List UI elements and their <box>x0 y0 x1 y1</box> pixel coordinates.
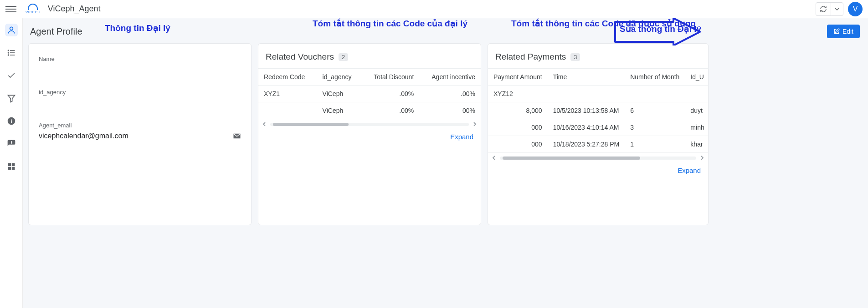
sync-dropdown-caret[interactable] <box>831 3 843 15</box>
cell-time: 10/18/2023 5:27:28 PM <box>548 136 625 153</box>
chevron-right-icon <box>473 122 477 126</box>
chevron-left-icon <box>492 156 496 160</box>
sync-icon <box>820 5 827 13</box>
nav-list[interactable] <box>5 46 18 59</box>
chevron-down-icon <box>835 7 839 11</box>
svg-point-6 <box>8 55 9 56</box>
payments-h-scrollbar[interactable] <box>488 153 708 162</box>
vouchers-h-scrollbar[interactable] <box>258 119 481 128</box>
cell-code <box>258 102 317 119</box>
th-num-month[interactable]: Number of Month <box>625 69 685 86</box>
app-title: ViCeph_Agent <box>48 4 101 14</box>
nav-check[interactable] <box>5 69 18 82</box>
table-row[interactable]: 000 10/16/2023 4:10:14 AM 3 minh <box>488 119 708 136</box>
nav-filter[interactable] <box>5 92 18 105</box>
vouchers-card: Related Vouchers 2 Redeem Code id_agency… <box>258 43 481 225</box>
name-value <box>39 64 241 75</box>
feedback-icon <box>7 139 16 148</box>
cell-time: 10/16/2023 4:10:14 AM <box>548 119 625 136</box>
payments-count-badge: 3 <box>570 53 580 61</box>
check-icon <box>7 71 16 80</box>
th-id-agency[interactable]: id_agency <box>317 69 362 86</box>
th-id-u[interactable]: Id_U <box>685 69 708 86</box>
th-payment-amount[interactable]: Payment Amount <box>488 69 548 86</box>
vouchers-expand-link[interactable]: Expand <box>450 133 473 141</box>
chevron-left-icon <box>262 122 267 126</box>
table-row[interactable]: ViCeph .00% 00% <box>258 102 481 119</box>
email-value: vicephcalendar@gmail.com <box>39 132 128 140</box>
topbar: VICEPH ViCeph_Agent V <box>0 0 868 18</box>
svg-rect-13 <box>8 163 11 167</box>
cell-time: 10/5/2023 10:13:58 AM <box>548 102 625 119</box>
nav-profile[interactable] <box>5 24 18 36</box>
annotation-arrow <box>614 18 701 45</box>
nav-apps[interactable] <box>5 160 18 173</box>
hamburger-menu-icon[interactable] <box>5 4 16 15</box>
nav-info[interactable] <box>5 115 18 127</box>
cell-incentive: .00% <box>419 86 481 102</box>
cell-code: XYZ1 <box>258 86 317 102</box>
th-time[interactable]: Time <box>548 69 625 86</box>
name-label: Name <box>39 56 241 62</box>
cell-months: 1 <box>625 136 685 153</box>
svg-rect-11 <box>11 141 12 143</box>
app-logo: VICEPH <box>26 4 41 14</box>
svg-rect-9 <box>11 120 12 123</box>
vouchers-count-badge: 2 <box>339 53 348 61</box>
filter-icon <box>7 94 16 103</box>
th-redeem-code[interactable]: Redeem Code <box>258 69 317 86</box>
sync-button-group <box>816 2 843 16</box>
user-avatar[interactable]: V <box>848 2 863 16</box>
cell-discount: .00% <box>362 102 419 119</box>
cell-amount: 8,000 <box>488 102 548 119</box>
cell-time <box>548 86 625 102</box>
th-total-discount[interactable]: Total Discount <box>362 69 419 86</box>
svg-point-4 <box>8 50 9 51</box>
cell-months: 6 <box>625 102 685 119</box>
main-content: Thông tin Đại lý Tóm tắt thông tin các C… <box>23 18 868 308</box>
cell-idu <box>685 86 708 102</box>
avatar-initial: V <box>853 5 858 13</box>
cell-amount: 000 <box>488 119 548 136</box>
table-row[interactable]: 000 10/18/2023 5:27:28 PM 1 khar <box>488 136 708 153</box>
payments-expand-link[interactable]: Expand <box>678 167 701 174</box>
payments-title: Related Payments <box>495 52 566 62</box>
svg-rect-14 <box>11 163 15 167</box>
svg-rect-10 <box>11 119 12 120</box>
edit-button[interactable]: Edit <box>827 25 860 38</box>
payments-card: Related Payments 3 Payment Amount Time N… <box>488 43 709 225</box>
nav-feedback[interactable] <box>5 137 18 150</box>
id-agency-label: id_agency <box>39 89 241 96</box>
cell-months <box>625 86 685 102</box>
svg-point-5 <box>8 52 9 53</box>
apps-grid-icon <box>7 162 16 171</box>
table-row[interactable]: XYZ12 <box>488 86 708 102</box>
side-navigation <box>0 18 23 308</box>
cell-discount: .00% <box>362 86 419 102</box>
cell-months: 3 <box>625 119 685 136</box>
payments-table: Payment Amount Time Number of Month Id_U… <box>488 68 708 153</box>
vouchers-title: Related Vouchers <box>266 52 334 62</box>
cell-incentive: 00% <box>419 102 481 119</box>
table-row[interactable]: 8,000 10/5/2023 10:13:58 AM 6 duyt <box>488 102 708 119</box>
profile-card: Name id_agency Agent_email vicephcalenda… <box>28 43 252 225</box>
cell-amount: XYZ12 <box>488 86 548 102</box>
chevron-right-icon <box>700 156 704 160</box>
email-label: Agent_email <box>39 122 241 129</box>
table-row[interactable]: XYZ1 ViCeph .00% .00% <box>258 86 481 102</box>
cell-agency: ViCeph <box>317 102 362 119</box>
cell-idu: khar <box>685 136 708 153</box>
svg-rect-16 <box>11 167 15 170</box>
svg-rect-12 <box>11 143 12 144</box>
sync-button[interactable] <box>816 3 831 15</box>
cell-amount: 000 <box>488 136 548 153</box>
edit-button-label: Edit <box>842 28 853 35</box>
list-icon <box>7 48 16 57</box>
svg-marker-7 <box>8 95 15 102</box>
person-icon <box>7 25 16 35</box>
info-icon <box>7 116 16 126</box>
email-icon <box>233 133 241 139</box>
page-title: Agent Profile <box>30 26 82 37</box>
th-agent-incentive[interactable]: Agent incentive <box>419 69 481 86</box>
vouchers-table: Redeem Code id_agency Total Discount Age… <box>258 68 481 119</box>
